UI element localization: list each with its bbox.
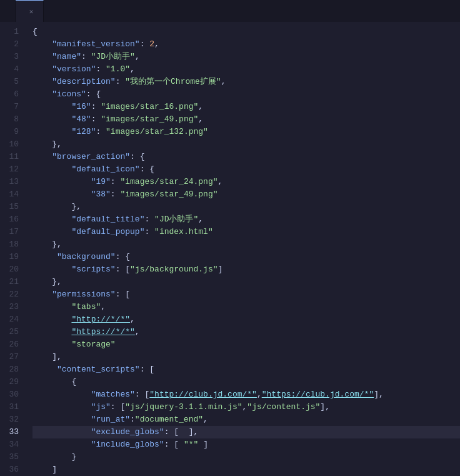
code-line-34: "include_globs": [ "*" ] [32,438,460,451]
code-line-33: "exclude_globs": [ ], [32,426,460,438]
editor-area: 1234567891011121314151617181920212223242… [0,22,460,476]
code-line-12: "default_icon": { [32,163,460,176]
code-line-15: }, [32,201,460,213]
tab-bar: ✕ [0,0,460,22]
code-area[interactable]: { "manifest_version": 2, "name": "JD小助手"… [26,22,460,476]
code-line-17: "default_popup": "index.html" [32,226,460,238]
line-number-7: 7 [0,101,26,113]
code-line-16: "default_title": "JD小助手", [32,213,460,226]
line-number-33: 33 [0,426,26,438]
line-number-12: 12 [0,163,26,176]
code-line-31: "js": ["js/jquery-3.1.1.min.js","js/cont… [32,401,460,413]
line-number-31: 31 [0,401,26,413]
line-number-9: 9 [0,126,26,138]
code-line-13: "19": "images/star_24.png", [32,176,460,188]
line-number-8: 8 [0,113,26,126]
code-line-24: "http://*/*", [32,313,460,326]
code-line-5: "description": "我的第一个Chrome扩展", [32,76,460,88]
code-line-28: "content_scripts": [ [32,363,460,376]
code-line-25: "https://*/*", [32,326,460,338]
code-line-11: "browser_action": { [32,151,460,163]
line-number-28: 28 [0,363,26,376]
code-line-2: "manifest_version": 2, [32,38,460,51]
line-number-11: 11 [0,151,26,163]
code-line-6: "icons": { [32,88,460,101]
line-number-25: 25 [0,326,26,338]
line-number-29: 29 [0,376,26,388]
code-line-35: } [32,451,460,463]
code-line-4: "version": "1.0", [32,63,460,76]
line-number-36: 36 [0,463,26,476]
line-number-26: 26 [0,338,26,351]
line-number-5: 5 [0,76,26,88]
line-number-2: 2 [0,38,26,51]
code-line-19: "background": { [32,251,460,263]
line-number-22: 22 [0,288,26,301]
code-line-21: }, [32,276,460,288]
line-number-20: 20 [0,263,26,276]
line-number-21: 21 [0,276,26,288]
code-line-26: "storage" [32,338,460,351]
code-line-27: ], [32,351,460,363]
tab-manifest-json[interactable]: ✕ [16,0,44,22]
code-line-7: "16": "images/star_16.png", [32,101,460,113]
code-line-29: { [32,376,460,388]
code-line-30: "matches": ["http://club.jd.com/*","http… [32,388,460,401]
code-line-20: "scripts": ["js/background.js"] [32,263,460,276]
line-number-30: 30 [0,388,26,401]
line-number-24: 24 [0,313,26,326]
line-number-1: 1 [0,26,26,38]
code-line-10: }, [32,138,460,151]
code-line-9: "128": "images/star_132.png" [32,126,460,138]
line-number-18: 18 [0,238,26,251]
code-line-1: { [32,26,460,38]
code-line-8: "48": "images/star_49.png", [32,113,460,126]
code-line-22: "permissions": [ [32,288,460,301]
code-line-36: ] [32,463,460,476]
line-number-3: 3 [0,51,26,63]
line-number-27: 27 [0,351,26,363]
line-number-16: 16 [0,213,26,226]
code-line-3: "name": "JD小助手", [32,51,460,63]
line-number-13: 13 [0,176,26,188]
code-line-14: "38": "images/star_49.png" [32,188,460,201]
line-number-15: 15 [0,201,26,213]
line-numbers: 1234567891011121314151617181920212223242… [0,22,26,476]
line-number-19: 19 [0,251,26,263]
code-line-18: }, [32,238,460,251]
line-number-14: 14 [0,188,26,201]
tab-content-js[interactable] [0,0,16,22]
code-line-32: "run_at":"document_end", [32,413,460,426]
close-icon[interactable]: ✕ [27,7,36,16]
line-number-32: 32 [0,413,26,426]
line-number-6: 6 [0,88,26,101]
line-number-4: 4 [0,63,26,76]
line-number-34: 34 [0,438,26,451]
line-number-17: 17 [0,226,26,238]
line-number-23: 23 [0,301,26,313]
code-line-23: "tabs", [32,301,460,313]
line-number-35: 35 [0,451,26,463]
line-number-10: 10 [0,138,26,151]
